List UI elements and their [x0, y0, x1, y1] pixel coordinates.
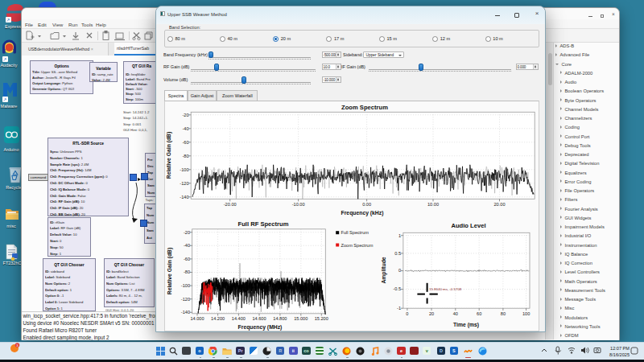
svg-text:-100: -100	[180, 167, 188, 172]
svg-text:Relative Gain (dB): Relative Gain (dB)	[166, 132, 172, 179]
svg-text:Time (ms): Time (ms)	[453, 322, 479, 328]
svg-text:-40: -40	[184, 243, 190, 248]
svg-text:15.000: 15.000	[294, 316, 308, 321]
svg-text:80: 80	[501, 311, 506, 316]
svg-text:60: 60	[477, 311, 481, 316]
svg-text:-140: -140	[181, 310, 190, 315]
svg-text:1: 1	[398, 233, 401, 238]
svg-text:0.00: 0.00	[362, 202, 371, 207]
svg-text:20.00: 20.00	[494, 202, 506, 207]
svg-text:Audio Level: Audio Level	[451, 222, 485, 229]
svg-text:-20.00: -20.00	[224, 202, 237, 207]
svg-text:40: 40	[453, 311, 458, 316]
svg-text:Zoom Spectrum: Zoom Spectrum	[341, 243, 374, 248]
svg-text:0: 0	[406, 311, 408, 316]
svg-text:Relative Gain (dB): Relative Gain (dB)	[167, 248, 173, 295]
svg-text:Frequency (kHz): Frequency (kHz)	[341, 210, 384, 216]
svg-text:0: 0	[398, 268, 401, 273]
svg-text:-10.00: -10.00	[292, 202, 305, 207]
svg-text:-140: -140	[180, 195, 188, 200]
svg-text:Full RF Spectrum: Full RF Spectrum	[238, 220, 289, 228]
svg-text:-80: -80	[182, 154, 188, 158]
svg-text:-40: -40	[182, 126, 188, 131]
svg-text:20: 20	[429, 311, 434, 316]
svg-text:-60: -60	[184, 257, 190, 261]
svg-text:14.600: 14.600	[252, 316, 266, 321]
svg-text:Full Spectrum: Full Spectrum	[341, 230, 369, 235]
svg-text:-20: -20	[182, 113, 188, 117]
svg-text:15.8640 ms, -0.5708: 15.8640 ms, -0.5708	[429, 287, 462, 291]
svg-text:14.400: 14.400	[232, 316, 246, 321]
svg-text:-100: -100	[181, 283, 190, 288]
svg-text:100: 100	[522, 311, 530, 316]
svg-text:14.200: 14.200	[211, 316, 225, 321]
svg-text:15.200: 15.200	[315, 316, 328, 321]
svg-text:14.800: 14.800	[273, 316, 287, 321]
svg-text:Frequency (MHz): Frequency (MHz)	[238, 324, 283, 331]
svg-text:0.5: 0.5	[394, 251, 401, 256]
svg-text:-80: -80	[184, 269, 190, 274]
svg-text:-20: -20	[184, 230, 190, 235]
svg-text:Amplitude: Amplitude	[381, 257, 387, 283]
svg-text:Zoom Spectrum: Zoom Spectrum	[341, 104, 388, 111]
svg-text:14.000: 14.000	[190, 316, 204, 321]
svg-text:-0.5: -0.5	[393, 286, 401, 291]
svg-text:10.00: 10.00	[427, 202, 439, 207]
svg-text:-120: -120	[181, 297, 190, 302]
svg-text:-60: -60	[182, 140, 188, 145]
svg-text:-120: -120	[180, 181, 188, 186]
svg-text:-1: -1	[397, 306, 401, 311]
